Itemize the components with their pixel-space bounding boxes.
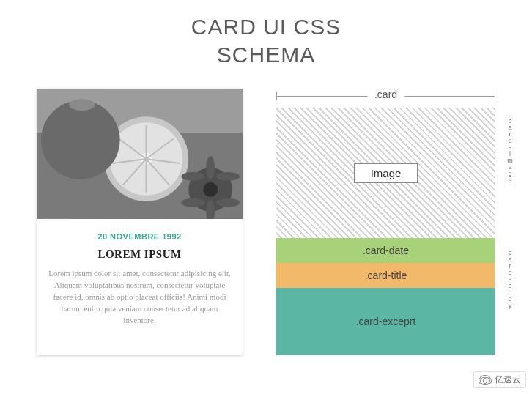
card-body: 20 NOVEMBRE 1992 LOREM IPSUM Lorem ipsum… [37,219,243,343]
schema-side-label-image: .card-image [506,111,513,235]
card-title: LOREM IPSUM [48,248,231,261]
schema-diagram: .card Image .card-date .card-title .card… [276,89,495,355]
card-image [37,89,243,219]
schema-side-label-body: .card-body [506,242,513,352]
card-excerpt: Lorem ipsum dolor sit amet, consectetur … [48,268,231,327]
schema-excerpt-row: .card-exceprt [276,288,495,355]
svg-point-22 [181,172,204,181]
schema-image-region: Image [276,108,495,238]
watermark-logo-icon [479,375,492,385]
schema-date-row: .card-date [276,238,495,263]
schema-image-label: Image [354,163,418,183]
watermark-text: 亿速云 [495,373,521,386]
page-title-line1: CARD UI CSS [191,15,341,39]
svg-point-18 [216,172,240,181]
svg-point-13 [41,100,120,179]
svg-point-14 [69,99,95,111]
svg-point-21 [181,198,204,207]
svg-point-16 [203,182,218,197]
svg-point-17 [206,156,215,179]
schema-box: Image .card-date .card-title .card-excep… [276,108,495,355]
schema-title-row: .card-title [276,263,495,288]
columns: 20 NOVEMBRE 1992 LOREM IPSUM Lorem ipsum… [0,89,532,355]
page-title-line2: SCHEMA [217,42,315,67]
page-title: CARD UI CSS SCHEMA [0,13,532,68]
schema-top-bracket: .card [276,89,495,103]
svg-point-19 [216,198,240,207]
watermark: 亿速云 [473,371,526,388]
schema-card-label: .card [367,89,404,100]
fruit-illustration [37,89,243,219]
card-date: 20 NOVEMBRE 1992 [48,232,231,241]
example-card: 20 NOVEMBRE 1992 LOREM IPSUM Lorem ipsum… [37,89,243,355]
